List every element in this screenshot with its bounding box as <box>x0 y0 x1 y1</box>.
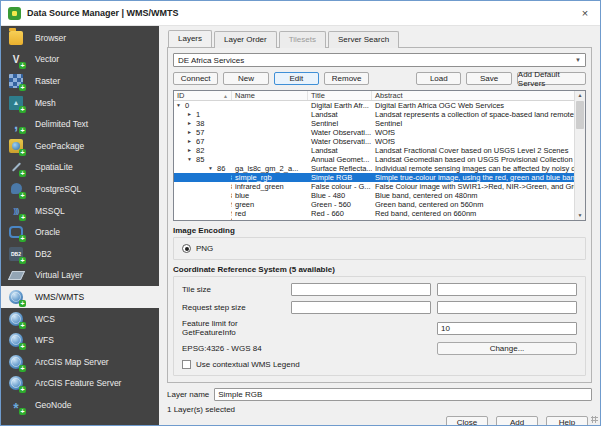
db2-icon <box>9 247 23 261</box>
table-row[interactable]: 89blueBlue - 480Blue band, centered on 4… <box>174 191 585 200</box>
vector-icon <box>9 52 23 66</box>
column-header-name[interactable]: Name <box>232 91 308 100</box>
close-icon: × <box>582 7 588 19</box>
request-step-height-input[interactable] <box>437 301 577 314</box>
sidebar-item-geonode[interactable]: GeoNode <box>1 394 159 416</box>
dialog-buttons: Close Add Help <box>167 416 592 426</box>
sidebar-item-wfs[interactable]: WFS <box>1 329 159 351</box>
tab-bar: Layers Layer Order Tilesets Server Searc… <box>167 30 592 47</box>
load-button[interactable]: Load <box>416 72 461 85</box>
remove-button[interactable]: Remove <box>324 72 369 85</box>
globe-icon <box>9 333 23 347</box>
table-row[interactable]: 1LandsatLandsat represents a collection … <box>174 110 585 119</box>
close-window-button[interactable]: × <box>570 1 600 26</box>
contextual-wms-legend-checkbox[interactable] <box>182 360 191 369</box>
sidebar-item-virtual-layer[interactable]: Virtual Layer <box>1 265 159 287</box>
column-header-id[interactable]: ID▲ <box>174 91 232 100</box>
table-row[interactable]: 67Water Observati...WOfS <box>174 137 585 146</box>
geonode-icon <box>9 398 23 412</box>
column-header-title[interactable]: Title <box>308 91 372 100</box>
new-button[interactable]: New <box>223 72 268 85</box>
expander-collapsed-icon[interactable] <box>187 119 196 128</box>
sidebar-item-arcgis-map-server[interactable]: ArcGIS Map Server <box>1 351 159 373</box>
globe-icon <box>9 376 23 390</box>
expander-collapsed-icon[interactable] <box>187 110 196 119</box>
column-header-abstract[interactable]: Abstract <box>372 91 585 100</box>
sidebar-item-raster[interactable]: Raster <box>1 70 159 92</box>
help-button[interactable]: Help <box>546 416 588 426</box>
globe-icon <box>9 312 23 326</box>
tree-scrollbar[interactable]: ▲ ▼ <box>574 91 585 220</box>
sidebar-item-mssql[interactable]: MSSQL <box>1 200 159 222</box>
request-step-width-input[interactable] <box>291 301 431 314</box>
tab-layer-order[interactable]: Layer Order <box>214 31 277 48</box>
sidebar-item-mesh[interactable]: Mesh <box>1 92 159 114</box>
table-row-partial[interactable]: 92nirNear Infrared (N...Near-infrared ba… <box>174 218 585 221</box>
expander-expanded-icon[interactable] <box>187 155 196 164</box>
table-row[interactable]: 90greenGreen - 560Green band, centered o… <box>174 200 585 209</box>
crs-value-label: EPSG:4326 - WGS 84 <box>182 344 285 353</box>
expander-expanded-icon[interactable] <box>176 101 185 110</box>
png-radio-label: PNG <box>196 244 213 253</box>
table-row[interactable]: 82LandsatLandsat Fractional Cover based … <box>174 146 585 155</box>
edit-button[interactable]: Edit <box>274 72 319 85</box>
comma-icon <box>9 117 23 131</box>
sidebar-item-browser[interactable]: Browser <box>1 27 159 49</box>
sidebar-item-wcs[interactable]: WCS <box>1 308 159 330</box>
layers-tree: ID▲ Name Title Abstract 0Digital Earth A… <box>173 90 586 221</box>
sidebar-item-db2[interactable]: DB2 <box>1 243 159 265</box>
title-bar: Data Source Manager | WMS/WMTS × <box>1 1 600 26</box>
image-encoding-section: Image Encoding PNG <box>173 226 586 260</box>
status-text: 1 Layer(s) selected <box>167 405 592 414</box>
close-button[interactable]: Close <box>446 416 488 426</box>
table-row[interactable]: 85Annual Geomet...Landsat Geomedian base… <box>174 155 585 164</box>
sidebar-item-wms-wmts[interactable]: WMS/WMTS <box>1 286 159 308</box>
scroll-down-icon[interactable]: ▼ <box>575 211 585 220</box>
tile-size-label: Tile size <box>182 285 285 294</box>
sidebar-item-vector[interactable]: Vector <box>1 49 159 71</box>
expander-collapsed-icon[interactable] <box>187 137 196 146</box>
window-title: Data Source Manager | WMS/WMTS <box>27 8 179 18</box>
table-row[interactable]: 88infrared_greenFalse colour - G...False… <box>174 182 585 191</box>
scrollbar-thumb[interactable] <box>576 101 584 129</box>
png-radio[interactable] <box>182 244 191 253</box>
connection-select[interactable]: DE Africa Services ▼ <box>173 53 586 67</box>
add-button[interactable]: Add <box>496 416 538 426</box>
tile-height-input[interactable] <box>437 283 577 296</box>
virtual-layer-icon <box>9 268 23 282</box>
table-row[interactable]: 86ga_ls8c_gm_2_a...Surface Reflecta...In… <box>174 164 585 173</box>
geopackage-icon <box>9 139 23 153</box>
tree-header: ID▲ Name Title Abstract <box>174 91 585 101</box>
tile-width-input[interactable] <box>291 283 431 296</box>
table-row[interactable]: 0Digital Earth Afr...Digital Earth Afric… <box>174 101 585 110</box>
change-crs-button[interactable]: Change... <box>437 342 577 355</box>
source-type-sidebar: Browser Vector Raster Mesh Delimited Tex… <box>1 26 159 425</box>
layers-tab-panel: DE Africa Services ▼ Connect New Edit Re… <box>167 47 592 383</box>
tab-server-search[interactable]: Server Search <box>328 31 399 48</box>
image-encoding-title: Image Encoding <box>173 226 586 235</box>
sidebar-item-geopackage[interactable]: GeoPackage <box>1 135 159 157</box>
add-default-servers-button[interactable]: Add Default Servers <box>517 72 586 85</box>
sidebar-item-arcgis-feature-server[interactable]: ArcGIS Feature Server <box>1 373 159 395</box>
connect-button[interactable]: Connect <box>173 72 218 85</box>
layer-name-input[interactable] <box>214 388 592 401</box>
sidebar-item-postgresql[interactable]: PostgreSQL <box>1 178 159 200</box>
table-row-selected[interactable]: 87simple_rgbSimple RGBSimple true-colour… <box>174 173 585 182</box>
sidebar-item-oracle[interactable]: Oracle <box>1 221 159 243</box>
table-row[interactable]: 38SentinelSentinel <box>174 119 585 128</box>
connection-selected-value: DE Africa Services <box>178 56 244 65</box>
tab-layers[interactable]: Layers <box>168 30 212 47</box>
expander-collapsed-icon[interactable] <box>187 128 196 137</box>
resize-grip[interactable] <box>591 416 598 423</box>
save-button[interactable]: Save <box>466 72 511 85</box>
table-row[interactable]: 91redRed - 660Red band, centered on 660n… <box>174 209 585 218</box>
sidebar-item-spatialite[interactable]: SpatiaLite <box>1 157 159 179</box>
expander-expanded-icon[interactable] <box>208 164 217 173</box>
table-row[interactable]: 57Water Observati...WOfS <box>174 128 585 137</box>
feature-limit-input[interactable] <box>437 322 577 335</box>
sidebar-item-delimited-text[interactable]: Delimited Text <box>1 113 159 135</box>
postgresql-icon <box>9 182 23 196</box>
expander-collapsed-icon[interactable] <box>187 146 196 155</box>
globe-icon <box>9 290 23 304</box>
scroll-up-icon[interactable]: ▲ <box>575 91 585 100</box>
